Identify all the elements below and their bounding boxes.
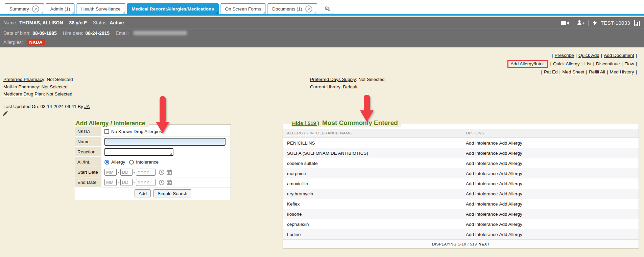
patient-allergies-row: Allergies: NKDA (0, 38, 644, 47)
nkda-checkbox-label: No Known Drug Allergies (111, 129, 162, 134)
clock-icon[interactable] (159, 179, 165, 186)
settings-button[interactable]: ⚙ ⚙ (321, 3, 334, 14)
add-intolerance-link[interactable]: Add Intolerance (466, 201, 498, 207)
tab-admin[interactable]: Admin (1) (46, 3, 75, 14)
list-link[interactable]: List (584, 61, 591, 66)
redacted-email (134, 31, 187, 35)
allergy-name-column-header[interactable]: ALLERGY / INTOLERANCE NAME (287, 131, 352, 135)
add-person-icon[interactable] (577, 20, 585, 26)
popout-icon[interactable]: ↗ (305, 5, 312, 13)
action-links-row-3: Pat EdMed SheetRefill AllMed History (507, 68, 639, 77)
allergy-name: Lodine (283, 232, 466, 237)
pharmacy-info-block: Preferred PharmacyNot Selected Mail-In P… (3, 76, 73, 98)
lightning-bolt-icon[interactable] (592, 20, 597, 26)
med-sheet-link[interactable]: Med Sheet (562, 69, 584, 74)
add-allergy-link[interactable]: Add Allergy (499, 222, 522, 227)
add-allergy-link[interactable]: Add Allergy (499, 201, 522, 207)
refill-all-link[interactable]: Refill All (589, 69, 605, 74)
add-allergy-link[interactable]: Add Allergy (499, 191, 522, 196)
flow-link[interactable]: Flow (624, 61, 634, 66)
start-month-input[interactable] (104, 169, 117, 176)
add-allergy-link[interactable]: Add Allergy (499, 212, 522, 217)
form-title: Add Allergy / Intolerance (76, 120, 149, 127)
start-year-input[interactable] (136, 169, 156, 176)
current-library-link[interactable]: Current Library (310, 84, 340, 89)
add-intolerance-link[interactable]: Add Intolerance (466, 222, 498, 227)
nkda-checkbox[interactable] (104, 129, 109, 134)
tab-summary[interactable]: Summary ↗ (5, 3, 44, 14)
medicare-drug-plan-link[interactable]: Medicare Drug Plan (3, 91, 44, 97)
edit-pencil-icon[interactable] (3, 111, 8, 116)
allergy-name: Ilosone (283, 212, 466, 217)
intolerance-radio[interactable] (129, 160, 134, 165)
tab-bar: Summary ↗ Admin (1) Health Surveillance … (0, 0, 644, 16)
bar-chart-icon[interactable] (634, 20, 641, 26)
simple-search-button[interactable]: Simple Search (153, 189, 191, 197)
add-allergy-link[interactable]: Add Allergy (499, 171, 522, 176)
add-button[interactable]: Add (135, 189, 151, 197)
action-links-row-2: Add Allergy/Intol.Quick AllergyListDisco… (507, 60, 639, 68)
add-intolerance-link[interactable]: Add Intolerance (466, 141, 498, 146)
preferred-days-supply-link[interactable]: Preferred Days Supply (310, 77, 356, 82)
prescribe-link[interactable]: Prescribe (555, 53, 574, 58)
tab-documents[interactable]: Documents (1) ↗ (267, 3, 317, 14)
allergy-name: amoxicillin (283, 181, 466, 186)
table-pagination-footer: DISPLAYING 1-10 / 519 NEXT (283, 239, 639, 248)
end-month-input[interactable] (104, 179, 117, 186)
add-intolerance-link[interactable]: Add Intolerance (466, 171, 498, 176)
tab-label: Documents (1) (272, 6, 302, 12)
allergy-intolerance-row: Al./Int. Allergy Intolerance (75, 157, 231, 167)
popout-icon[interactable]: ↗ (32, 5, 39, 13)
add-allergy-link[interactable]: Add Allergy (499, 232, 522, 237)
add-intolerance-link[interactable]: Add Intolerance (466, 161, 498, 166)
add-document-link[interactable]: Add Document (604, 53, 634, 58)
end-day-input[interactable] (120, 179, 133, 186)
end-year-input[interactable] (136, 179, 156, 186)
add-intolerance-link[interactable]: Add Intolerance (466, 181, 498, 186)
reaction-input[interactable] (104, 148, 173, 156)
supply-info-block: Preferred Days SupplyNot Selected Curren… (310, 76, 385, 90)
add-intolerance-link[interactable]: Add Intolerance (466, 191, 498, 196)
add-intolerance-link[interactable]: Add Intolerance (466, 232, 498, 237)
updated-by-link[interactable]: JA (84, 104, 90, 109)
clock-icon[interactable] (159, 169, 165, 175)
medicare-drug-plan-value: Not Selected (46, 91, 72, 97)
table-row: SULFA (SULFONAMIDE ANTIBIOTICS) Add Into… (283, 148, 639, 158)
tab-health-surveillance[interactable]: Health Surveillance (76, 3, 125, 14)
quick-add-link[interactable]: Quick Add (578, 53, 599, 58)
medication-action-links: PrescribeQuick AddAdd Document Add Aller… (507, 51, 639, 77)
add-allergy-intol-highlight-box[interactable]: Add Allergy/Intol. (507, 60, 548, 68)
med-history-link[interactable]: Med History (610, 69, 634, 74)
mail-in-pharmacy-link[interactable]: Mail-In Pharmacy (3, 84, 39, 89)
al-int-label: Al./Int. (75, 157, 101, 167)
tab-on-screen-forms[interactable]: On Screen Forms (220, 3, 266, 14)
calendar-icon[interactable] (166, 179, 172, 186)
add-intolerance-link[interactable]: Add Intolerance (466, 151, 498, 156)
tab-label: Admin (1) (50, 6, 70, 12)
next-page-link[interactable]: NEXT (479, 242, 490, 246)
patient-id: TEST-10033 (601, 20, 630, 26)
add-allergy-link[interactable]: Add Allergy (499, 141, 522, 146)
nkda-allergy-badge[interactable]: NKDA (27, 39, 45, 45)
allergy-radio[interactable] (104, 160, 109, 165)
video-camera-icon[interactable] (561, 20, 569, 26)
hide-count-link[interactable]: Hide ( 519 ) (292, 120, 319, 126)
allergy-name-input[interactable] (104, 138, 225, 146)
current-library-line: Current LibraryDefault (310, 83, 385, 91)
add-allergy-link[interactable]: Add Allergy (499, 151, 522, 156)
status-label: Status: (93, 20, 108, 25)
preferred-pharmacy-link[interactable]: Preferred Pharmacy (3, 77, 44, 82)
calendar-icon[interactable] (166, 169, 172, 175)
pat-ed-link[interactable]: Pat Ed (544, 69, 558, 74)
add-allergy-link[interactable]: Add Allergy (499, 161, 522, 166)
start-day-input[interactable] (120, 169, 133, 176)
quick-allergy-link[interactable]: Quick Allergy (553, 61, 580, 66)
add-allergy-link[interactable]: Add Allergy (499, 181, 522, 186)
tab-medical-record-allergies-medications[interactable]: Medical Record:Allergies/Medications (127, 3, 219, 14)
patient-summary-row: Name: THOMAS, ALLISON 38 y/o F Status: A… (0, 17, 644, 28)
add-allergy-intol-link[interactable]: Add Allergy/Intol. (510, 61, 545, 66)
red-annotation-arrow-form (155, 96, 170, 133)
add-intolerance-link[interactable]: Add Intolerance (466, 212, 498, 217)
name-label: Name (75, 137, 101, 147)
discontinue-link[interactable]: Discontinue (596, 61, 620, 66)
